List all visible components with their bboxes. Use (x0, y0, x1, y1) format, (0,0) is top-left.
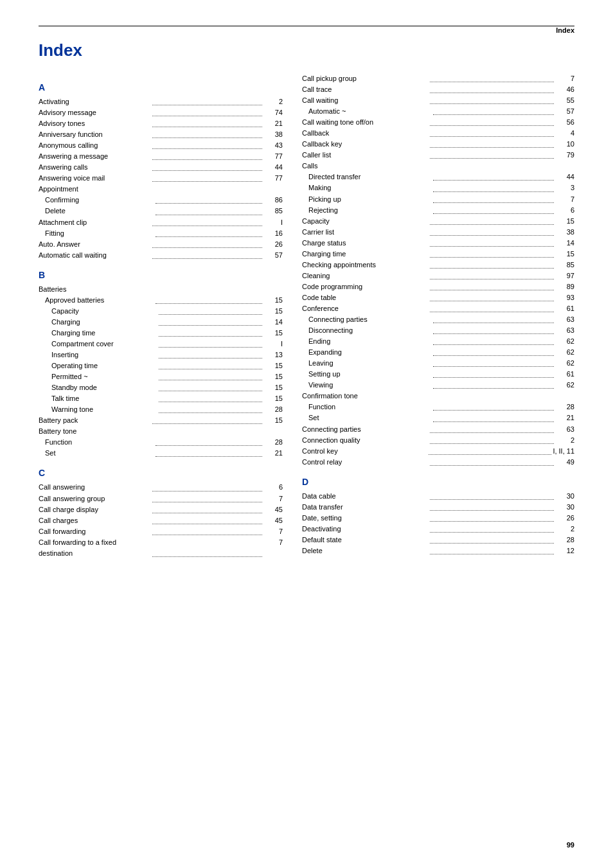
entry-label: Control key (302, 446, 427, 457)
entry-dots (155, 228, 262, 237)
list-item: Set21 (302, 412, 574, 423)
entry-label: Inserting (39, 350, 157, 360)
list-item: Deactivating2 (302, 524, 574, 535)
entry-page: 28 (555, 535, 574, 545)
list-item: Auto. Answer26 (39, 239, 283, 250)
entry-page: 15 (263, 306, 283, 317)
entry-page: 12 (555, 545, 574, 556)
list-item: Call charges45 (39, 515, 283, 526)
entry-label: Call forwarding to a fixed destination (39, 537, 151, 559)
list-item: Control relay49 (302, 457, 574, 468)
entry-page: 63 (555, 314, 574, 325)
list-item: Battery tone (39, 426, 283, 437)
list-item: Code programming89 (302, 281, 574, 292)
entry-dots (433, 182, 554, 191)
entry-label: Callback key (302, 139, 429, 150)
entry-dots (430, 292, 554, 301)
entry-dots (159, 393, 262, 402)
entry-dots (159, 328, 262, 337)
entry-page: 15 (263, 393, 283, 404)
list-item: Call answering group7 (39, 493, 283, 504)
entry-label: Compartment cover (39, 339, 157, 350)
entry-dots (430, 513, 554, 522)
list-item: Leaving62 (302, 358, 574, 369)
list-item: Call trace46 (302, 84, 574, 95)
list-item: Batteries (39, 284, 283, 295)
entry-page: 63 (555, 424, 574, 435)
entry-label: Deactivating (302, 524, 429, 535)
entry-page: 2 (555, 524, 574, 535)
entry-label: Warning tone (39, 404, 157, 415)
entry-dots (433, 314, 554, 323)
entry-dots (159, 382, 262, 391)
list-item: Anniversary function38 (39, 129, 283, 140)
entry-label: Date, setting (302, 513, 429, 524)
entry-dots (433, 380, 554, 389)
entry-label: Battery tone (39, 426, 283, 437)
list-item: Fitting16 (39, 228, 283, 239)
entry-label: Permitted ~ (39, 371, 157, 382)
entry-dots (155, 448, 262, 457)
entry-label: Automatic ~ (302, 106, 432, 117)
entry-label: Charging time (302, 249, 429, 260)
entry-dots (152, 96, 262, 105)
list-item: Compartment coverI (39, 339, 283, 350)
entry-dots (152, 107, 262, 116)
list-item: Delete12 (302, 545, 574, 556)
entry-dots (152, 526, 262, 535)
entry-page: 30 (555, 491, 574, 502)
entry-label: Code table (302, 292, 429, 303)
entry-dots (159, 360, 262, 369)
entry-dots (433, 412, 554, 421)
entry-label: Batteries (39, 284, 283, 295)
list-item: Answering voice mail77 (39, 173, 283, 184)
entry-dots (152, 250, 262, 259)
entry-page: 93 (555, 292, 574, 303)
list-item: Activating2 (39, 96, 283, 107)
entry-dots (433, 205, 554, 214)
list-item: Cleaning97 (302, 270, 574, 281)
entry-page: 30 (555, 502, 574, 513)
list-item: Talk time15 (39, 393, 283, 404)
entry-page: 15 (263, 360, 283, 371)
entry-page: 15 (263, 328, 283, 339)
entry-label: Default state (302, 535, 429, 545)
entry-label: Call trace (302, 84, 429, 95)
entry-page: I, II, 11 (553, 446, 574, 457)
list-item: Permitted ~15 (39, 371, 283, 382)
entry-dots (155, 437, 262, 446)
entry-page: 77 (263, 151, 283, 162)
entry-page: I (263, 339, 283, 350)
entry-label: Expanding (302, 347, 432, 358)
entry-dots (152, 515, 262, 524)
entry-dots (152, 482, 262, 491)
entry-dots (155, 295, 262, 304)
entry-page: 57 (263, 250, 283, 261)
list-item: Connecting parties63 (302, 424, 574, 435)
entry-page: 62 (555, 347, 574, 358)
entry-label: Answering calls (39, 162, 151, 173)
entry-dots (152, 129, 262, 138)
entry-dots (433, 369, 554, 378)
entry-dots (430, 524, 554, 533)
list-item: Charging time15 (302, 249, 574, 260)
entry-page: 61 (555, 303, 574, 314)
entry-dots (159, 404, 262, 413)
list-item: Charge status14 (302, 238, 574, 249)
section-letter: A (39, 82, 283, 93)
entry-label: Set (302, 412, 432, 423)
entry-label: Capacity (39, 306, 157, 317)
entry-label: Call charge display (39, 504, 151, 515)
entry-page: 21 (555, 412, 574, 423)
list-item: Anonymous calling43 (39, 140, 283, 151)
entry-label: Battery pack (39, 415, 151, 426)
entry-label: Data transfer (302, 502, 429, 513)
entry-label: Talk time (39, 393, 157, 404)
entry-page: 26 (263, 239, 283, 250)
entry-page: 86 (263, 195, 283, 206)
list-item: Directed transfer44 (302, 172, 574, 182)
entry-label: Charge status (302, 238, 429, 249)
entry-label: Viewing (302, 380, 432, 391)
list-item: Standby mode15 (39, 382, 283, 393)
entry-page: 79 (555, 150, 574, 161)
